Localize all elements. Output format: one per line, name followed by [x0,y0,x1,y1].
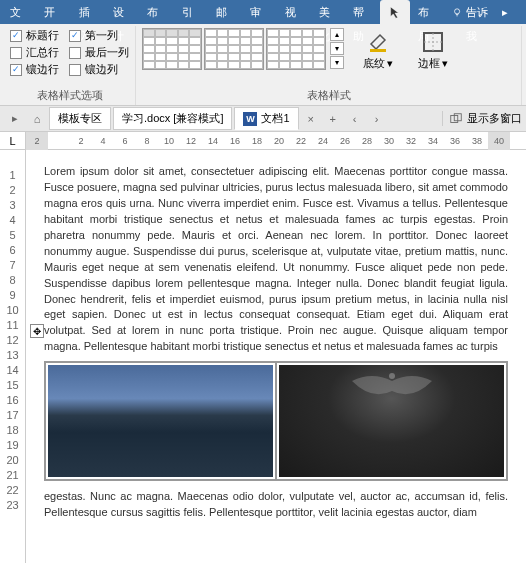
menu-design[interactable]: 设计 [105,0,139,24]
image-table[interactable] [44,361,508,481]
home-tab-button[interactable]: ⌂ [26,108,48,130]
tab-doc2[interactable]: W文档1 [234,107,298,130]
image-seascape[interactable] [48,365,273,477]
gallery-more[interactable]: ▾ [330,56,344,69]
body-paragraph-1[interactable]: Lorem ipsum dolor sit amet, consectetuer… [44,164,508,355]
chk-first-col[interactable]: 第一列 [69,28,129,43]
multi-window[interactable]: 显示多窗口 [442,111,522,126]
chevron-down-icon: ▾ [387,57,393,70]
group-table-styles: ▴▾▾ 底纹▾ 边框▾ 表格样式 [136,26,522,105]
gallery-spinner[interactable]: ▴▾▾ [330,28,344,69]
tab-next[interactable]: › [366,108,388,130]
chk-last-col[interactable]: 最后一列 [69,45,129,60]
image-ornament[interactable] [279,365,504,477]
chevron-down-icon: ▾ [442,57,448,70]
group-label-styles: 表格样式 [142,86,515,105]
border-icon [421,30,445,54]
gallery-up[interactable]: ▴ [330,28,344,41]
style-gallery[interactable] [142,28,326,70]
table-move-handle[interactable]: ✥ [30,324,44,338]
menu-file[interactable]: 文件 [2,0,36,24]
tab-prev[interactable]: ‹ [344,108,366,130]
chk-banded-row[interactable]: 镶边行 [10,62,59,77]
word-icon: W [243,112,257,126]
tell-me[interactable]: 告诉我 [462,0,494,24]
group-table-options: 标题行 第一列 汇总行 最后一列 镶边行 镶边列 表格样式选项 [4,26,136,105]
page: Lorem ipsum dolor sit amet, consectetuer… [26,150,526,563]
group-label-options: 表格样式选项 [10,86,129,105]
menu-review[interactable]: 审阅 [242,0,276,24]
borders-button[interactable]: 边框▾ [412,28,454,73]
gallery-down[interactable]: ▾ [330,42,344,55]
vertical-ruler[interactable]: 1234567891011121314151617181920212223 [0,150,26,563]
menu-beautify[interactable]: 美化 [311,0,345,24]
menu-table-layout[interactable]: 布局 [410,0,444,24]
svg-point-0 [454,9,459,14]
table-cell-2[interactable] [276,362,507,480]
menu-help[interactable]: 帮助 [345,0,379,24]
tab-new[interactable]: + [322,108,344,130]
ruler-corner[interactable]: L [0,132,26,149]
horizontal-ruler[interactable]: 2246810121416182022242628303234363840 [26,132,526,149]
menu-view[interactable]: 视图 [277,0,311,24]
svg-point-5 [389,373,395,379]
menu-table-design[interactable] [380,0,410,24]
tab-template[interactable]: 模板专区 [49,107,111,130]
menu-more[interactable]: ▸ [494,0,516,24]
menu-home[interactable]: 开始 [36,0,70,24]
svg-rect-1 [370,49,386,52]
document-area: 1234567891011121314151617181920212223 Lo… [0,150,526,563]
table-style-3[interactable] [266,28,326,70]
menu-mail[interactable]: 邮件 [208,0,242,24]
menu-bar: 文件 开始 插入 设计 布局 引用 邮件 审阅 视图 美化 帮助 布局 告诉我 … [0,0,526,24]
tab-doc1[interactable]: 学习.docx [兼容模式] [113,107,232,130]
shading-button[interactable]: 底纹▾ [357,28,399,73]
ruler-bar: L 2246810121416182022242628303234363840 [0,132,526,150]
menu-insert[interactable]: 插入 [71,0,105,24]
ribbon: 标题行 第一列 汇总行 最后一列 镶边行 镶边列 表格样式选项 ▴▾▾ 底纹▾ [0,24,526,106]
cursor-icon [388,6,402,20]
menu-layout[interactable]: 布局 [139,0,173,24]
table-cell-1[interactable] [45,362,276,480]
chk-banded-col[interactable]: 镶边列 [69,62,129,77]
bucket-icon [366,30,390,54]
tab-close[interactable]: × [300,108,322,130]
table-style-2[interactable] [204,28,264,70]
chk-total-row[interactable]: 汇总行 [10,45,59,60]
table-style-1[interactable] [142,28,202,70]
bulb-icon [452,5,462,19]
body-paragraph-2[interactable]: egestas. Nunc ac magna. Maecenas odio do… [44,489,508,521]
chk-header-row[interactable]: 标题行 [10,28,59,43]
doc-tabs: ▸ ⌂ 模板专区 学习.docx [兼容模式] W文档1 × + ‹ › 显示多… [0,106,526,132]
windows-icon [449,112,463,126]
tab-list-button[interactable]: ▸ [4,108,26,130]
menu-ref[interactable]: 引用 [174,0,208,24]
